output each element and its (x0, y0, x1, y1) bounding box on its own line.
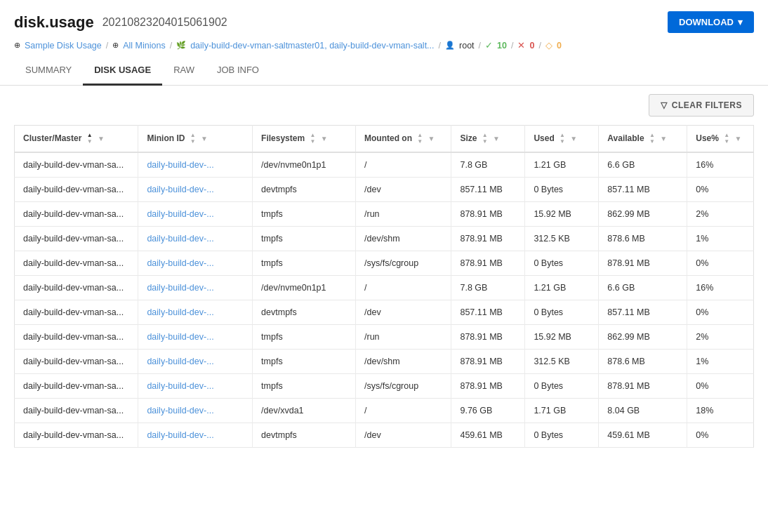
table-row: daily-build-dev-vman-sa...daily-build-de… (15, 374, 754, 399)
table-row: daily-build-dev-vman-sa...daily-build-de… (15, 300, 754, 325)
cell-filesystem: /dev/nvme0n1p1 (253, 152, 356, 178)
fail-count: 0 (529, 41, 534, 51)
cell-usepct: 0% (687, 300, 754, 325)
cell-filesystem: tmpfs (253, 374, 356, 399)
download-button[interactable]: DOWNLOAD ▾ (668, 11, 754, 33)
cell-mounted: /run (356, 202, 451, 227)
tab-raw[interactable]: RAW (162, 56, 206, 86)
cell-minion[interactable]: daily-build-dev-... (138, 202, 253, 227)
cell-filesystem: tmpfs (253, 227, 356, 251)
cell-filesystem: tmpfs (253, 251, 356, 276)
cell-usepct: 2% (687, 325, 754, 350)
cell-used: 0 Bytes (525, 300, 599, 325)
cell-used: 312.5 KB (525, 350, 599, 374)
table-row: daily-build-dev-vman-sa...daily-build-de… (15, 227, 754, 251)
cell-minion[interactable]: daily-build-dev-... (138, 251, 253, 276)
cell-used: 1.21 GB (525, 152, 599, 178)
table-row: daily-build-dev-vman-sa...daily-build-de… (15, 276, 754, 300)
cell-mounted: /dev/shm (356, 350, 451, 374)
tab-summary[interactable]: SUMMARY (14, 56, 83, 86)
warn-icon: ◇ (545, 40, 552, 51)
cell-used: 0 Bytes (525, 374, 599, 399)
tab-job-info[interactable]: JOB INFO (206, 56, 270, 86)
cell-cluster: daily-build-dev-vman-sa... (15, 423, 138, 448)
cell-mounted: /run (356, 325, 451, 350)
cell-minion[interactable]: daily-build-dev-... (138, 178, 253, 202)
cell-size: 878.91 MB (451, 202, 525, 227)
target-icon: ⊕ (112, 41, 119, 50)
cell-filesystem: tmpfs (253, 325, 356, 350)
cell-mounted: /dev (356, 300, 451, 325)
cell-usepct: 2% (687, 202, 754, 227)
cell-filesystem: /dev/xvda1 (253, 399, 356, 423)
col-header-cluster[interactable]: Cluster/Master ▲ ▼ ▼ (15, 126, 138, 153)
page-title: disk.usage (14, 13, 94, 32)
cell-available: 8.04 GB (599, 399, 687, 423)
breadcrumb-sep-1: / (106, 41, 108, 51)
cell-size: 7.8 GB (451, 152, 525, 178)
cell-minion[interactable]: daily-build-dev-... (138, 276, 253, 300)
fail-icon: ✕ (517, 40, 525, 51)
cell-mounted: /dev (356, 178, 451, 202)
cell-usepct: 0% (687, 178, 754, 202)
cell-available: 878.6 MB (599, 227, 687, 251)
cell-available: 862.99 MB (599, 202, 687, 227)
tab-disk-usage[interactable]: DISK USAGE (83, 56, 162, 86)
col-header-usepct[interactable]: Use% ▲ ▼ ▼ (687, 126, 754, 153)
cell-minion[interactable]: daily-build-dev-... (138, 325, 253, 350)
col-header-minion[interactable]: Minion ID ▲ ▼ ▼ (138, 126, 253, 153)
cell-available: 878.91 MB (599, 374, 687, 399)
breadcrumb-sep-5: / (511, 41, 513, 51)
cell-cluster: daily-build-dev-vman-sa... (15, 202, 138, 227)
cell-mounted: /sys/fs/cgroup (356, 251, 451, 276)
col-header-size[interactable]: Size ▲ ▼ ▼ (451, 126, 525, 153)
cell-usepct: 0% (687, 423, 754, 448)
cell-cluster: daily-build-dev-vman-sa... (15, 251, 138, 276)
cell-mounted: /sys/fs/cgroup (356, 374, 451, 399)
col-header-available[interactable]: Available ▲ ▼ ▼ (599, 126, 687, 153)
cell-used: 15.92 MB (525, 325, 599, 350)
cell-minion[interactable]: daily-build-dev-... (138, 423, 253, 448)
cell-minion[interactable]: daily-build-dev-... (138, 152, 253, 178)
cell-minion[interactable]: daily-build-dev-... (138, 350, 253, 374)
cell-usepct: 1% (687, 227, 754, 251)
table-row: daily-build-dev-vman-sa...daily-build-de… (15, 423, 754, 448)
table-row: daily-build-dev-vman-sa...daily-build-de… (15, 399, 754, 423)
breadcrumb-sample[interactable]: Sample Disk Usage (25, 41, 102, 51)
breadcrumb-minions[interactable]: All Minions (123, 41, 165, 51)
cell-size: 878.91 MB (451, 325, 525, 350)
cell-cluster: daily-build-dev-vman-sa... (15, 350, 138, 374)
cell-size: 878.91 MB (451, 350, 525, 374)
cell-available: 878.6 MB (599, 350, 687, 374)
clear-filters-button[interactable]: ▽ CLEAR FILTERS (649, 94, 754, 117)
cell-available: 6.6 GB (599, 276, 687, 300)
cell-filesystem: devtmpfs (253, 423, 356, 448)
breadcrumb-target[interactable]: daily-build-dev-vman-saltmaster01, daily… (190, 41, 434, 51)
cell-usepct: 16% (687, 276, 754, 300)
cell-cluster: daily-build-dev-vman-sa... (15, 325, 138, 350)
cell-cluster: daily-build-dev-vman-sa... (15, 399, 138, 423)
cell-filesystem: /dev/nvme0n1p1 (253, 276, 356, 300)
cell-used: 15.92 MB (525, 202, 599, 227)
cell-available: 6.6 GB (599, 152, 687, 178)
cell-filesystem: tmpfs (253, 350, 356, 374)
cell-cluster: daily-build-dev-vman-sa... (15, 374, 138, 399)
cell-mounted: / (356, 276, 451, 300)
col-header-mounted[interactable]: Mounted on ▲ ▼ ▼ (356, 126, 451, 153)
col-header-used[interactable]: Used ▲ ▼ ▼ (525, 126, 599, 153)
cell-size: 459.61 MB (451, 423, 525, 448)
cell-mounted: /dev (356, 423, 451, 448)
cell-available: 459.61 MB (599, 423, 687, 448)
cell-minion[interactable]: daily-build-dev-... (138, 300, 253, 325)
cell-available: 857.11 MB (599, 300, 687, 325)
col-header-filesystem[interactable]: Filesystem ▲ ▼ ▼ (253, 126, 356, 153)
table-row: daily-build-dev-vman-sa...daily-build-de… (15, 350, 754, 374)
cell-minion[interactable]: daily-build-dev-... (138, 227, 253, 251)
cell-cluster: daily-build-dev-vman-sa... (15, 227, 138, 251)
cell-mounted: / (356, 399, 451, 423)
cell-minion[interactable]: daily-build-dev-... (138, 399, 253, 423)
cell-minion[interactable]: daily-build-dev-... (138, 374, 253, 399)
cell-cluster: daily-build-dev-vman-sa... (15, 300, 138, 325)
cell-used: 1.71 GB (525, 399, 599, 423)
cell-used: 0 Bytes (525, 423, 599, 448)
